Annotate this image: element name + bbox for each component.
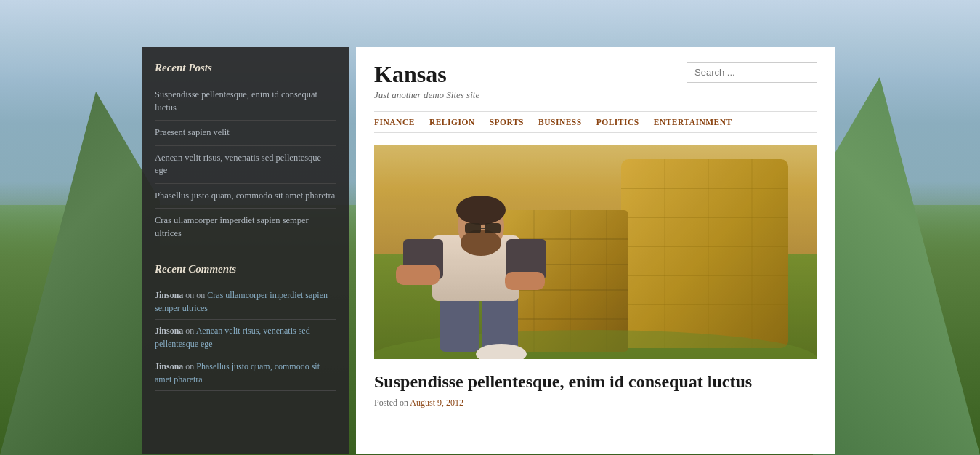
nav-religion[interactable]: RELIGION xyxy=(429,118,475,126)
nav-finance[interactable]: FINANCE xyxy=(374,118,415,126)
nav-entertainment[interactable]: ENTERTAINMENT xyxy=(654,118,732,126)
post-date: August 9, 2012 xyxy=(410,398,463,408)
sidebar-post-4[interactable]: Phasellus justo quam, commodo sit amet p… xyxy=(155,184,336,209)
recent-comments-section: Recent Comments Jinsona on on Cras ullam… xyxy=(155,263,336,391)
comment-on-text-3: on xyxy=(185,361,196,371)
sidebar-post-2[interactable]: Praesent sapien velit xyxy=(155,121,336,146)
comment-on-1: on xyxy=(185,290,194,300)
comment-item-2: Jinsona on Aenean velit risus, venenatis… xyxy=(155,320,336,355)
sidebar-post-1[interactable]: Suspendisse pellentesque, enim id conseq… xyxy=(155,83,336,121)
nav-sports[interactable]: SPORTS xyxy=(490,118,524,126)
comment-author-1: Jinsona xyxy=(155,290,183,300)
comment-on-text-1: on xyxy=(196,290,207,300)
sidebar-post-3[interactable]: Aenean velit risus, venenatis sed pellen… xyxy=(155,146,336,184)
sidebar: Recent Posts Suspendisse pellentesque, e… xyxy=(142,47,349,454)
site-header: Kansas Just another demo Sites site xyxy=(374,62,817,101)
nav-politics[interactable]: POLITICS xyxy=(596,118,639,126)
site-title: Kansas xyxy=(374,62,479,87)
recent-comments-title: Recent Comments xyxy=(155,263,336,275)
comment-on-text-2: on xyxy=(185,326,195,336)
site-tagline: Just another demo Sites site xyxy=(374,89,479,101)
post-meta: Posted on August 9, 2012 xyxy=(374,398,817,408)
post-title: Suspendisse pellentesque, enim id conseq… xyxy=(374,371,817,393)
recent-posts-title: Recent Posts xyxy=(155,62,336,74)
svg-rect-34 xyxy=(374,145,817,359)
comment-author-3: Jinsona xyxy=(155,361,183,371)
sidebar-post-5[interactable]: Cras ullamcorper imperdiet sapien semper… xyxy=(155,209,336,246)
site-branding: Kansas Just another demo Sites site xyxy=(374,62,479,101)
comment-author-2: Jinsona xyxy=(155,326,183,336)
posted-on-label: Posted on xyxy=(374,398,408,408)
nav-bar: FINANCE RELIGION SPORTS BUSINESS POLITIC… xyxy=(374,111,817,133)
recent-posts-list: Suspendisse pellentesque, enim id conseq… xyxy=(155,83,336,246)
comment-item-3: Jinsona on Phasellus justo quam, commodo… xyxy=(155,355,336,391)
featured-image xyxy=(374,145,817,359)
search-input[interactable] xyxy=(687,62,817,83)
nav-business[interactable]: BUSINESS xyxy=(538,118,582,126)
featured-image-svg xyxy=(374,145,817,359)
comment-item-1: Jinsona on on Cras ullamcorper imperdiet… xyxy=(155,284,336,320)
main-content: Kansas Just another demo Sites site FINA… xyxy=(356,47,835,454)
